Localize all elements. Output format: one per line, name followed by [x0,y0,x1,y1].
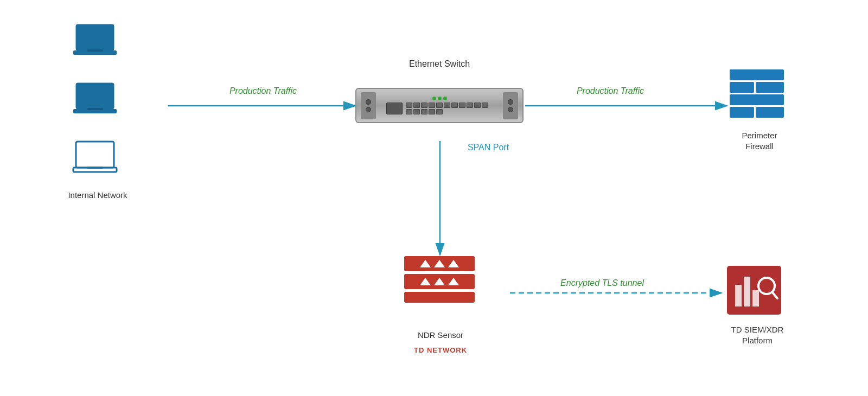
internal-network-label: Internal Network [54,190,141,201]
production-traffic-right-label: Production Traffic [537,86,684,97]
svg-rect-5 [87,49,103,52]
ethernet-switch [355,88,524,123]
firewall-icon [730,69,784,126]
svg-rect-18 [730,107,754,118]
td-platform-icon [724,263,784,320]
svg-rect-16 [756,82,784,93]
ndr-sensor-label: NDR Sensor [392,330,489,341]
encrypted-tls-label: Encrypted TLS tunnel [526,278,678,289]
svg-rect-15 [730,82,754,93]
ndr-sensor-icon [404,256,475,303]
ethernet-switch-label: Ethernet Switch [358,59,521,70]
svg-rect-9 [87,108,103,110]
svg-rect-19 [756,107,784,118]
span-port-label: SPAN Port [445,142,532,154]
svg-rect-11 [78,144,112,165]
laptop-icon-3 [71,139,119,180]
svg-rect-22 [744,277,750,306]
svg-rect-10 [76,142,114,168]
td-network-label: TD NETWORK [392,346,489,355]
svg-rect-13 [87,167,103,169]
diagram-container: Internal Network Ethernet Switch [0,0,868,396]
svg-rect-3 [78,27,112,48]
svg-rect-7 [78,85,112,107]
svg-rect-17 [730,94,784,105]
laptop-icon-2 [71,80,119,121]
svg-rect-14 [730,69,784,80]
td-platform-label: TD SIEM/XDRPlatform [714,324,801,346]
perimeter-firewall-label: PerimeterFirewall [722,130,797,151]
svg-rect-21 [735,285,742,306]
svg-rect-23 [752,290,759,306]
production-traffic-left-label: Production Traffic [190,86,336,97]
laptop-icon-1 [71,22,119,62]
